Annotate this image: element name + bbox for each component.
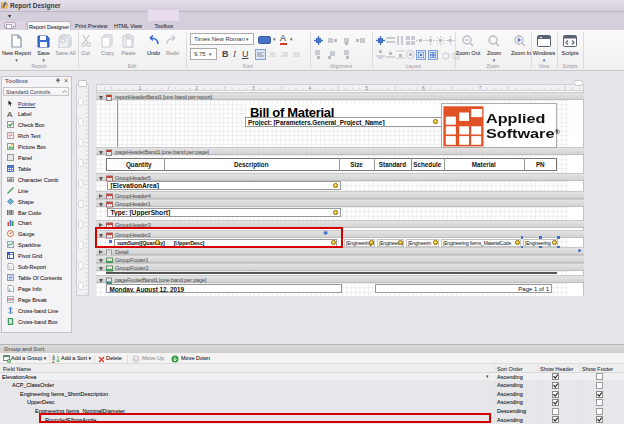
svg-text:ab: ab	[8, 177, 13, 182]
svg-text:A: A	[7, 110, 13, 117]
svg-text:Z: Z	[52, 359, 55, 363]
